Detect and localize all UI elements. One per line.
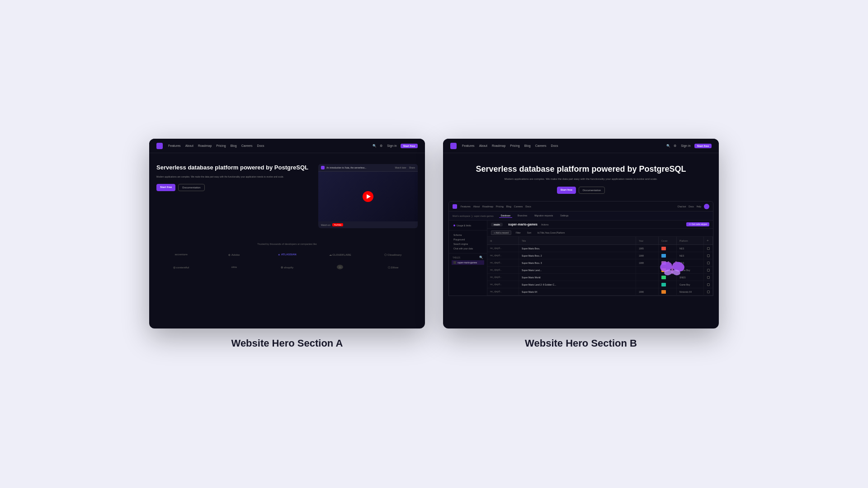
docs-link[interactable]: Docs: [689, 205, 693, 208]
documentation-btn-a[interactable]: Documentation: [178, 184, 204, 191]
nav-roadmap-b[interactable]: Roadmap: [492, 144, 505, 147]
play-button[interactable]: [363, 191, 373, 202]
columns-button[interactable]: Id,Title,Year,Cover,Platform: [536, 231, 567, 235]
start-free-btn-b[interactable]: Start free: [694, 144, 712, 148]
workspace-name[interactable]: Muki's workspace: [453, 215, 470, 217]
sidebar-usage-row[interactable]: Usage & limits: [452, 223, 484, 228]
nav-docs-a[interactable]: Docs: [257, 144, 264, 147]
section-b-wrapper: Features About Roadmap Pricing Blog Care…: [443, 139, 719, 349]
cell-edit[interactable]: [704, 252, 713, 259]
get-snippet-btn[interactable]: <> Get code snippet: [686, 222, 709, 226]
video-body[interactable]: [318, 172, 418, 221]
nav-links-a: Features About Roadmap Pricing Blog Care…: [168, 144, 264, 147]
sidebar-playground[interactable]: Playground: [452, 237, 484, 242]
nav-right-b: 🔍 ⚙ Sign in Start free: [666, 144, 712, 148]
nav-careers-b[interactable]: Careers: [535, 144, 547, 147]
table-row[interactable]: rec_cijegr9... Super Mario Bros. 2 1988 …: [487, 252, 713, 259]
cell-year: 1988: [636, 259, 659, 266]
db-main-content: main super-mario-games Actions <> Get co…: [487, 221, 713, 296]
db-nav-blog[interactable]: Blog: [506, 205, 511, 208]
logo-cloudinary: ⬡ Cloudinary: [368, 250, 418, 259]
nav-pricing-b[interactable]: Pricing: [510, 144, 519, 147]
sidebar-usage: Usage & limits: [449, 222, 487, 229]
col-header-add[interactable]: +: [704, 237, 713, 244]
table-row[interactable]: rec_cijegr9... Super Mario Bros. 3 1988 …: [487, 259, 713, 267]
cell-title: Super Mario Land...: [519, 267, 636, 273]
documentation-btn-b[interactable]: Documentation: [579, 187, 605, 194]
cell-cover: [659, 288, 677, 295]
settings-icon-a[interactable]: ⚙: [380, 144, 383, 148]
db-nav-about[interactable]: About: [473, 205, 480, 208]
table-mario-games[interactable]: super-mario-games: [452, 260, 484, 265]
usage-label: Usage & limits: [457, 224, 471, 227]
settings-icon-b[interactable]: ⚙: [674, 144, 677, 148]
tab-branches[interactable]: Branches: [516, 214, 529, 218]
filter-button[interactable]: Filter: [514, 231, 523, 235]
search-tables-icon[interactable]: 🔍: [479, 256, 483, 259]
db-workspace-toolbar: Muki's workspace ❯ super-mario-games Dat…: [449, 211, 713, 221]
cell-edit[interactable]: [704, 267, 713, 273]
tab-database[interactable]: Database: [499, 214, 512, 218]
project-name[interactable]: super-mario-games: [474, 215, 493, 217]
cell-id: rec_cijegr9...: [487, 259, 519, 266]
nav-docs-b[interactable]: Docs: [551, 144, 558, 147]
nav-right-a: 🔍 ⚙ Sign in Start free: [373, 144, 418, 148]
search-icon-b[interactable]: 🔍: [666, 144, 670, 148]
nav-about-b[interactable]: About: [479, 144, 487, 147]
db-nav-careers[interactable]: Careers: [514, 205, 523, 208]
share-btn[interactable]: Share: [409, 166, 415, 169]
help-link[interactable]: Help: [697, 205, 701, 208]
cell-edit[interactable]: [704, 274, 713, 281]
watch-later-btn[interactable]: Watch later: [395, 166, 406, 169]
workspace-path: Muki's workspace ❯ super-mario-games: [453, 215, 494, 217]
db-nav-docs[interactable]: Docs: [525, 205, 531, 208]
nav-about-a[interactable]: About: [185, 144, 193, 147]
start-free-hero-a[interactable]: Start free: [156, 184, 175, 191]
nav-features-b[interactable]: Features: [462, 144, 475, 147]
nav-features-a[interactable]: Features: [168, 144, 181, 147]
hero-b-buttons: Start free Documentation: [443, 187, 719, 194]
sidebar-search[interactable]: Search engine: [452, 242, 484, 246]
cell-edit[interactable]: [704, 281, 713, 288]
chatbot-link[interactable]: Chat bot: [677, 205, 686, 208]
cell-year: 1996: [636, 288, 659, 295]
table-row[interactable]: rec_cijegr9... Super Mario World SNES: [487, 274, 713, 281]
cell-edit[interactable]: [704, 288, 713, 295]
start-free-hero-b[interactable]: Start free: [557, 187, 576, 194]
table-row[interactable]: rec_cijegr9... Super Mario Land... Game …: [487, 267, 713, 274]
cell-id: rec_cijegr9...: [487, 288, 519, 295]
table-row[interactable]: rec_cijegr9... Super Mario 64 1996 Ninte…: [487, 288, 713, 296]
tab-settings[interactable]: Settings: [558, 214, 570, 218]
db-actions-bar: main super-mario-games Actions <> Get co…: [487, 221, 713, 229]
sidebar-schema[interactable]: Schema: [452, 233, 484, 237]
signin-link-b[interactable]: Sign in: [681, 144, 690, 147]
nav-blog-b[interactable]: Blog: [524, 144, 531, 147]
table-row[interactable]: rec_cijegr9... Super Mario Bros. 1985 NE…: [487, 245, 713, 252]
start-free-btn-a[interactable]: Start free: [401, 144, 418, 148]
schema-label: Schema: [453, 234, 462, 236]
db-nav-roadmap[interactable]: Roadmap: [482, 205, 493, 208]
db-nav-features[interactable]: Features: [461, 205, 471, 208]
cell-cover: [659, 259, 677, 266]
add-record-button[interactable]: + Add a record: [491, 230, 511, 235]
nav-roadmap-a[interactable]: Roadmap: [198, 144, 212, 147]
sidebar-chat[interactable]: Chat with your data: [452, 246, 484, 251]
nav-bar-a: Features About Roadmap Pricing Blog Care…: [149, 139, 425, 153]
table-row[interactable]: rec_cijegr9... Super Mario Land 2: 6 Gol…: [487, 281, 713, 288]
signin-link-a[interactable]: Sign in: [387, 144, 396, 147]
edit-icon: [707, 283, 710, 286]
search-icon-a[interactable]: 🔍: [373, 144, 376, 148]
db-nav-pricing[interactable]: Pricing: [496, 205, 504, 208]
cell-id: rec_cijegr9...: [487, 252, 519, 259]
cell-edit[interactable]: [704, 245, 713, 252]
branch-selector[interactable]: main: [491, 223, 503, 226]
tab-migrations[interactable]: Migration requests: [533, 214, 555, 218]
cell-edit[interactable]: [704, 259, 713, 266]
section-b-label: Website Hero Section B: [525, 338, 637, 349]
cell-platform: SNES: [677, 274, 704, 281]
actions-btn[interactable]: Actions: [541, 223, 548, 226]
sort-button[interactable]: Sort: [525, 231, 533, 235]
nav-careers-a[interactable]: Careers: [241, 144, 253, 147]
nav-blog-a[interactable]: Blog: [231, 144, 237, 147]
nav-pricing-a[interactable]: Pricing: [216, 144, 226, 147]
